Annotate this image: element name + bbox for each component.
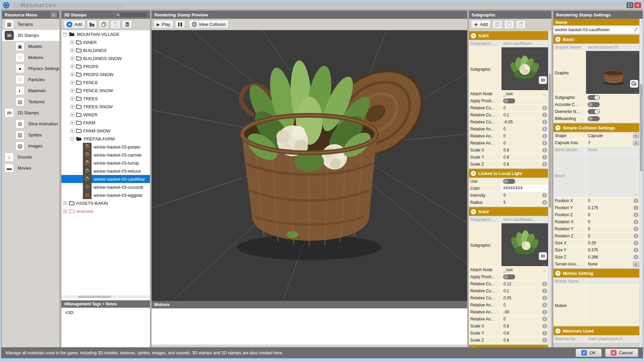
settings-scrollbar[interactable] xyxy=(640,19,643,347)
property-row[interactable]: Accurate C... xyxy=(553,101,639,108)
clipped-section-header[interactable]: Linked to Local Light (255,5... xyxy=(469,345,548,347)
edit-pencil-icon[interactable] xyxy=(634,27,638,32)
stepper-icon[interactable] xyxy=(542,317,547,321)
tree-row[interactable]: wicker-basket-03-cauliflow xyxy=(61,175,150,183)
property-row[interactable]: Billboarding xyxy=(553,115,639,122)
property-row[interactable]: Relative Co... 0.1 xyxy=(469,112,548,119)
window-titlebar[interactable]: Resources xyxy=(1,1,643,10)
tree-expand-toggle[interactable] xyxy=(70,73,74,76)
property-row[interactable]: Scale Y 0.8 xyxy=(469,330,548,337)
sidebar-item[interactable]: ⊞ Slice Animation xyxy=(2,118,59,129)
tree-expand-toggle[interactable] xyxy=(70,129,74,133)
sidebar-item[interactable]: ▬ Movies xyxy=(2,163,59,174)
property-row[interactable]: Intensity 0 xyxy=(469,192,548,199)
sub1-graphic-preview[interactable]: 3D xyxy=(501,47,548,90)
property-row[interactable]: Overwrite N... xyxy=(553,108,639,115)
toggle-switch[interactable] xyxy=(588,95,600,100)
new-folder-button[interactable]: + xyxy=(87,20,97,29)
detail-arrow-icon[interactable] xyxy=(542,261,546,266)
tree-expand-toggle[interactable] xyxy=(70,137,74,141)
sidebar-item[interactable]: 3D 3D Stamps xyxy=(2,30,59,41)
toggle-switch[interactable] xyxy=(503,99,515,104)
property-row[interactable]: Scale X 0.8 xyxy=(469,323,548,330)
tree-expand-toggle[interactable] xyxy=(70,113,74,117)
tree-expand-toggle[interactable] xyxy=(70,65,74,68)
property-row[interactable]: Color FFFFFFFF xyxy=(469,185,548,192)
stepper-icon[interactable] xyxy=(542,289,547,293)
dropdown-button[interactable] xyxy=(633,261,639,267)
tree-row[interactable]: MOUNTAIN-VILLAGE xyxy=(61,30,150,38)
sidebar-item[interactable]: ▥ Sprites xyxy=(2,129,59,140)
property-row[interactable]: Apply Positi... xyxy=(469,274,548,281)
tree-row[interactable]: TREES xyxy=(61,95,150,103)
property-row[interactable]: Relative An... 0 xyxy=(469,140,548,147)
stamp-name-field[interactable] xyxy=(553,26,639,34)
sidebar-item[interactable]: ▣ Models xyxy=(2,41,59,52)
property-row[interactable]: Shape Capsule xyxy=(553,132,639,139)
dropdown-button[interactable] xyxy=(633,140,639,146)
property-row[interactable]: Relative Co... -0.05 xyxy=(469,119,548,126)
stepper-icon[interactable] xyxy=(634,255,638,259)
property-row[interactable]: Terrain Assi... None xyxy=(553,261,639,268)
property-row[interactable]: Motion Name xyxy=(553,278,639,285)
tree-expand-toggle[interactable] xyxy=(70,121,74,125)
restore-window-button[interactable] xyxy=(627,2,633,8)
stepper-icon[interactable] xyxy=(542,155,547,160)
stepper-icon[interactable] xyxy=(634,241,638,245)
detail-arrow-icon[interactable] xyxy=(541,185,546,191)
tree-row[interactable]: wicker-basket-03-lettuce xyxy=(61,167,150,175)
sidebar-item[interactable]: ♪ Sounds xyxy=(2,152,59,163)
property-row[interactable]: Relative Co... 0 xyxy=(469,105,548,112)
property-row[interactable]: Relative An... 0 xyxy=(469,126,548,133)
local-light-section-header[interactable]: Linked to Local Light xyxy=(469,169,548,178)
stepper-icon[interactable] xyxy=(542,120,547,124)
sidebar-item[interactable]: ▦ Terrains xyxy=(2,19,59,30)
detail-arrow-icon[interactable] xyxy=(633,191,638,196)
property-row[interactable]: Rotation Z 0 xyxy=(553,233,639,240)
stepper-icon[interactable] xyxy=(542,331,547,336)
cancel-button[interactable]: Cancel xyxy=(605,349,638,357)
property-row[interactable]: Attach Node _root xyxy=(469,266,548,274)
sub2-section-header[interactable]: Sub2 xyxy=(469,207,548,216)
property-row[interactable]: Mesh Model... None xyxy=(553,146,639,154)
sidebar-item[interactable]: ▨ Images xyxy=(2,140,59,152)
pause-button[interactable] xyxy=(175,20,185,29)
tree-expand-toggle[interactable] xyxy=(70,105,74,109)
play-button[interactable]: Play xyxy=(154,20,173,29)
detail-arrow-icon[interactable] xyxy=(633,88,638,94)
tree-row[interactable]: BUILDINGS-SNOW xyxy=(61,54,150,62)
sidebar-item[interactable]: ∷ Motions xyxy=(2,52,59,63)
tree-expand-toggle[interactable] xyxy=(70,57,74,60)
stepper-icon[interactable] xyxy=(542,324,547,328)
property-row[interactable]: Scale Z 0.8 xyxy=(469,161,548,168)
toggle-switch[interactable] xyxy=(588,116,600,121)
stepper-icon[interactable] xyxy=(542,200,547,205)
property-row[interactable]: Scale Z 0.8 xyxy=(469,337,548,344)
property-row[interactable]: Graphic Name wicker-basket-03 xyxy=(553,44,639,51)
property-row[interactable]: Size X 0.29 xyxy=(553,240,639,247)
tree-expand-toggle[interactable] xyxy=(63,209,67,213)
stepper-icon[interactable] xyxy=(634,213,638,217)
motion-row[interactable]: Motion xyxy=(553,285,639,325)
property-row[interactable]: Subgraphic ... farm-cauliflower... xyxy=(469,40,548,47)
ok-button[interactable]: OK xyxy=(576,349,602,357)
stepper-icon[interactable] xyxy=(634,205,638,210)
tree-row[interactable]: TREES-SNOW xyxy=(61,103,150,111)
basic-section-header[interactable]: Basic xyxy=(553,35,639,44)
tree-row[interactable]: wicker-basket-03-potato xyxy=(61,143,150,151)
tags-notes-area[interactable]: #3D xyxy=(61,308,150,347)
tree-expand-toggle[interactable] xyxy=(70,89,74,93)
sidebar-item[interactable]: ▤ Textures xyxy=(2,96,59,107)
tree-row[interactable]: PROPS-SNOW xyxy=(61,70,150,78)
tree-expand-toggle[interactable] xyxy=(70,49,74,52)
property-row[interactable]: Radius 5 xyxy=(469,199,548,206)
tree-row[interactable]: ASSETS-BAKIN xyxy=(61,199,150,207)
3d-viewport[interactable] xyxy=(152,30,467,301)
stepper-icon[interactable] xyxy=(542,162,547,167)
stamps-search-box[interactable] xyxy=(115,12,147,18)
tree-row[interactable]: PROPS xyxy=(61,62,150,70)
tree-expand-toggle[interactable] xyxy=(70,81,74,84)
tree-row[interactable]: PREFAB-FARM xyxy=(61,135,150,143)
stepper-icon[interactable] xyxy=(542,303,547,307)
stepper-icon[interactable] xyxy=(634,220,638,224)
